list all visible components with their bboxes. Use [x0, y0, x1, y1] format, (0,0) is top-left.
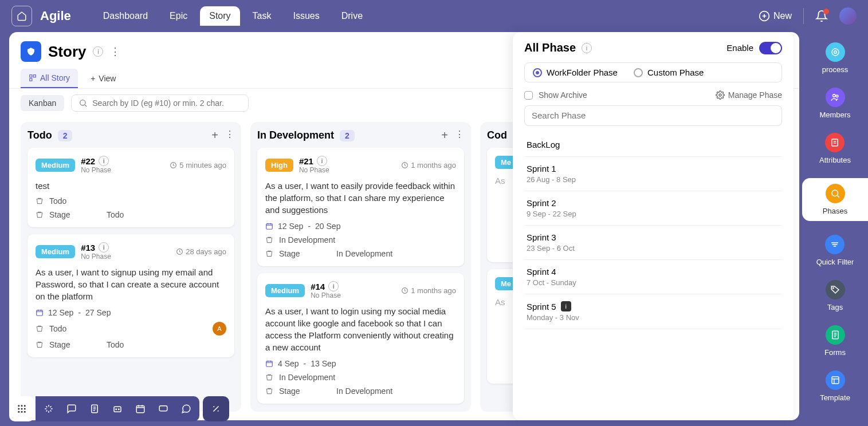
sidebar-item-tags[interactable]: Tags	[826, 280, 845, 311]
search-input[interactable]	[92, 98, 241, 108]
story-card[interactable]: High #21 i No Phase 1 months ago As a us…	[257, 148, 464, 266]
page-menu-icon[interactable]: ⋮	[110, 45, 120, 58]
new-label: New	[773, 11, 792, 21]
phase-item[interactable]: BackLog	[524, 133, 782, 157]
phase-list: BackLog Sprint 1 26 Aug - 8 SepSprint 2 …	[524, 133, 782, 329]
nav-tab-task[interactable]: Task	[243, 6, 281, 26]
card-status-row: Todo	[36, 196, 226, 206]
sidebar-item-quick-filter[interactable]: Quick Filter	[816, 235, 854, 266]
phase-dates: 26 Aug - 8 Sep	[527, 175, 780, 184]
sidebar-item-template[interactable]: Template	[820, 370, 850, 402]
info-icon[interactable]: i	[328, 281, 339, 291]
enable-toggle[interactable]	[759, 42, 782, 54]
assignee-avatar[interactable]: A	[213, 322, 226, 336]
message-icon[interactable]	[158, 404, 168, 414]
card-description: As a user, I want to login using my soci…	[265, 305, 456, 353]
notification-dot	[823, 9, 829, 14]
page-title: Story	[48, 43, 86, 61]
svg-point-16	[836, 95, 838, 97]
nav-tab-issues[interactable]: Issues	[284, 6, 328, 26]
card-id: #22 i	[81, 156, 111, 166]
nav-tab-dashboard[interactable]: Dashboard	[94, 6, 157, 26]
radio-workfolder[interactable]: WorkFolder Phase	[533, 68, 618, 77]
new-button[interactable]: New	[759, 10, 792, 22]
svg-rect-2	[33, 75, 36, 77]
enable-label: Enable	[726, 43, 753, 53]
phase-item[interactable]: Sprint 5 iMonday - 3 Nov	[524, 294, 782, 329]
phase-item[interactable]: Sprint 3 23 Sep - 6 Oct	[524, 226, 782, 260]
add-view-button[interactable]: + View	[83, 69, 124, 88]
info-icon[interactable]: i	[99, 156, 109, 166]
phase-header: All Phase i Enable	[524, 41, 782, 54]
sidebar-item-forms[interactable]: Forms	[824, 325, 846, 357]
info-icon[interactable]: i	[93, 46, 103, 57]
sidebar-item-members[interactable]: Members	[819, 88, 850, 119]
kanban-chip[interactable]: Kanban	[21, 95, 64, 111]
story-card[interactable]: Medium #22 i No Phase 5 minutes ago test…	[28, 148, 234, 227]
svg-point-13	[832, 49, 839, 56]
card-status-row: In Development	[265, 235, 456, 244]
nav-tab-drive[interactable]: Drive	[332, 6, 372, 26]
sidebar-label: Tags	[827, 303, 843, 311]
kanban-column: Todo 2 + ⋮ Medium #22 i No Phase 5 minut…	[21, 122, 241, 412]
apps-icon[interactable]	[9, 396, 34, 421]
doc-icon[interactable]	[89, 404, 100, 414]
column-menu-icon[interactable]: ⋮	[225, 129, 234, 142]
card-id: #14 i	[311, 281, 341, 291]
brand[interactable]: Agile	[40, 9, 71, 23]
nav-tab-story[interactable]: Story	[200, 6, 239, 26]
svg-point-27	[24, 408, 26, 410]
card-time: 1 months ago	[401, 161, 456, 169]
phase-item[interactable]: Sprint 4 7 Oct - Sunday	[524, 260, 782, 294]
home-icon[interactable]	[11, 6, 32, 26]
phase-item[interactable]: Sprint 2 9 Sep - 22 Sep	[524, 191, 782, 226]
nav-tab-epic[interactable]: Epic	[160, 6, 197, 26]
notifications-icon[interactable]	[815, 10, 828, 22]
phase-item[interactable]: Sprint 1 26 Aug - 8 Sep	[524, 157, 782, 191]
sidebar-item-process[interactable]: process	[822, 42, 849, 74]
sidebar-item-phases[interactable]: Phases	[802, 178, 868, 221]
phase-dates: 7 Oct - Sunday	[527, 278, 780, 287]
sidebar-item-attributes[interactable]: Attributes	[819, 133, 851, 164]
sparkle-icon[interactable]	[44, 404, 54, 414]
story-card[interactable]: Medium #13 i No Phase 28 days ago As a u…	[28, 234, 234, 357]
phase-type-selector: WorkFolder Phase Custom Phase	[524, 62, 782, 82]
radio-icon	[533, 68, 542, 77]
svg-point-15	[832, 94, 835, 97]
dock-toolbar	[36, 396, 199, 421]
column-menu-icon[interactable]: ⋮	[455, 129, 464, 142]
card-status-row: In Development	[265, 373, 456, 382]
radio-custom[interactable]: Custom Phase	[634, 68, 704, 77]
chat-icon[interactable]	[66, 404, 77, 414]
phase-name: Sprint 3	[527, 232, 780, 242]
info-icon[interactable]: i	[582, 43, 592, 53]
filter-icon	[825, 235, 845, 254]
svg-point-12	[719, 94, 721, 96]
phase-search-input[interactable]	[532, 111, 775, 120]
priority-badge: High	[265, 159, 293, 172]
tags-icon	[826, 280, 845, 299]
comment-icon[interactable]	[181, 404, 191, 414]
phases-icon	[826, 184, 845, 203]
user-avatar[interactable]	[839, 7, 857, 25]
archive-row: Show Archive Manage Phase	[524, 90, 782, 100]
add-card-icon[interactable]: +	[211, 129, 218, 142]
card-dates: 12 Sep - 27 Sep	[36, 308, 226, 317]
manage-phase-button[interactable]: Manage Phase	[716, 90, 782, 100]
card-stage-row: StageTodo	[36, 210, 226, 219]
search-box[interactable]	[71, 94, 249, 112]
phase-search[interactable]	[524, 105, 782, 126]
tool-icon[interactable]	[211, 404, 221, 414]
view-tab-all-story[interactable]: All Story	[21, 69, 78, 88]
info-icon[interactable]: i	[99, 242, 109, 253]
kanban-column: In Development 2 + ⋮ High #21 i No Phase…	[250, 122, 471, 412]
sidebar-label: Template	[820, 393, 850, 402]
phase-dates: 23 Sep - 6 Oct	[527, 244, 780, 253]
story-card[interactable]: Medium #14 i No Phase 1 months ago As a …	[257, 273, 464, 404]
robot-icon[interactable]	[112, 404, 123, 414]
info-icon[interactable]: i	[317, 156, 327, 166]
show-archive-checkbox[interactable]	[524, 91, 533, 100]
radio-label: WorkFolder Phase	[547, 68, 618, 77]
add-card-icon[interactable]: +	[441, 129, 448, 142]
calendar-icon[interactable]	[135, 404, 146, 414]
